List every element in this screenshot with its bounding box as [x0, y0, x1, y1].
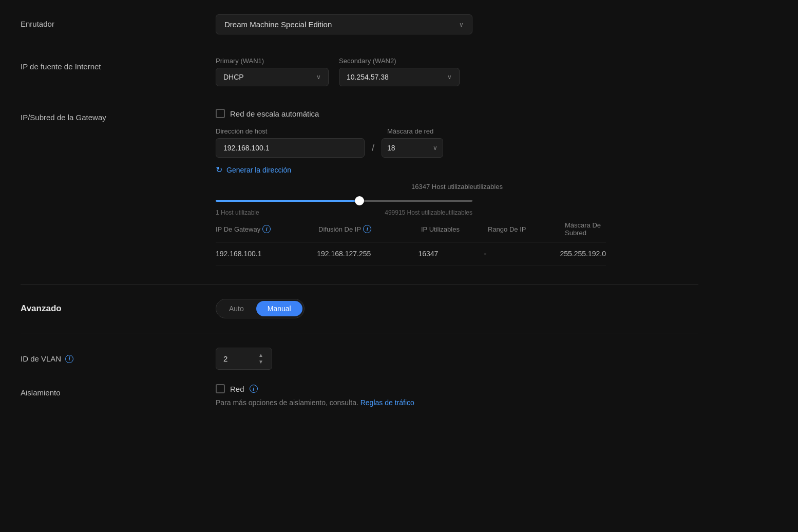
vlan-value: 2 [223, 354, 227, 363]
aislamiento-label: Aislamiento [21, 384, 216, 397]
cell-range: - [484, 250, 560, 258]
vlan-label: ID de VLAN [21, 354, 61, 363]
gateway-subnet-label: IP/Subred de la Gateway [21, 109, 216, 122]
wan1-value: DHCP [223, 73, 244, 81]
sub-labels-row: Dirección de host Máscara de red [216, 127, 698, 135]
vlan-info-icon[interactable]: i [65, 355, 73, 363]
router-dropdown[interactable]: Dream Machine Special Edition ∨ [216, 14, 472, 34]
wan2-label: Secondary (WAN2) [339, 57, 460, 65]
slider-section: 16347 Host utilizableutilizables 1 Host … [216, 183, 698, 216]
separator-vlan [21, 333, 698, 333]
generate-label: Generar la dirección [226, 166, 291, 174]
col-header-broadcast: Difusión De IP i [318, 221, 421, 237]
slider-wrapper [216, 196, 472, 206]
autoscale-checkbox[interactable] [216, 109, 225, 118]
stepper-arrows: ▲ ▼ [257, 352, 264, 365]
cell-gateway: 192.168.100.1 [216, 250, 317, 258]
separator-avanzado [21, 284, 698, 284]
toggle-auto-button[interactable]: Auto [218, 301, 255, 316]
slider-track [216, 200, 472, 202]
aislamiento-checkbox[interactable] [216, 384, 225, 393]
router-selected-value: Dream Machine Special Edition [224, 20, 332, 29]
table-header-row: IP De Gateway i Difusión De IP i IP Util… [216, 221, 606, 242]
wan2-group: Secondary (WAN2) 10.254.57.38 ∨ [339, 57, 460, 86]
refresh-icon: ↻ [216, 165, 222, 175]
wan1-dropdown[interactable]: DHCP ∨ [216, 68, 329, 86]
aislamiento-row: Aislamiento Red i Para más opciones de a… [21, 384, 698, 408]
mask-dropdown[interactable]: 18 ∨ [382, 138, 443, 158]
toggle-group: Auto Manual [216, 299, 305, 318]
vlan-stepper[interactable]: 2 ▲ ▼ [216, 348, 272, 370]
host-subnet-row: 192.168.100.1 / 18 ∨ [216, 138, 698, 158]
wan1-label: Primary (WAN1) [216, 57, 329, 65]
slider-current-label: 16347 Host utilizableutilizables [216, 183, 698, 191]
wan2-chevron-icon: ∨ [447, 73, 452, 81]
slider-max-label: 499915 Host utilizableutilizables [385, 209, 472, 216]
slash-divider: / [371, 143, 375, 154]
internet-source-row: IP de fuente de Internet Primary (WAN1) … [21, 53, 698, 90]
col-header-gateway: IP De Gateway i [216, 221, 318, 237]
aislamiento-checkbox-label: Red [230, 385, 244, 393]
gateway-table: IP De Gateway i Difusión De IP i IP Util… [216, 221, 606, 265]
internet-source-controls: Primary (WAN1) DHCP ∨ Secondary (WAN2) 1… [216, 57, 698, 86]
internet-source-label: IP de fuente de Internet [21, 57, 216, 71]
avanzado-label: Avanzado [21, 303, 216, 314]
gateway-subnet-row: IP/Subred de la Gateway Red de escala au… [21, 105, 698, 270]
mask-value: 18 [387, 144, 395, 152]
host-address-sublabel: Dirección de host [216, 127, 365, 135]
router-label: Enrutador [21, 14, 216, 28]
vlan-label-container: ID de VLAN i [21, 354, 216, 363]
wan1-group: Primary (WAN1) DHCP ∨ [216, 57, 329, 86]
host-address-input[interactable]: 192.168.100.1 [216, 138, 365, 158]
cell-broadcast: 192.168.127.255 [317, 250, 418, 258]
router-chevron-icon: ∨ [459, 21, 464, 28]
col-header-usable: IP Utilizables [421, 221, 488, 237]
isolation-info-icon[interactable]: i [250, 385, 258, 393]
cell-usable: 16347 [418, 250, 484, 258]
wan2-value: 10.254.57.38 [347, 73, 389, 81]
table-row: 192.168.100.1 192.168.127.255 16347 - 25… [216, 242, 606, 265]
wan-row: Primary (WAN1) DHCP ∨ Secondary (WAN2) 1… [216, 57, 698, 86]
aislamiento-controls: Red i Para más opciones de aislamiento, … [216, 384, 414, 408]
broadcast-info-icon[interactable]: i [363, 225, 371, 233]
aislamiento-checkbox-row: Red i [216, 384, 414, 393]
cell-mask: 255.255.192.0 [560, 250, 606, 258]
netmask-sublabel: Máscara de red [387, 127, 449, 135]
autoscale-checkbox-row: Red de escala automática [216, 109, 698, 118]
mask-chevron-icon: ∨ [433, 144, 438, 151]
slider-thumb[interactable] [355, 196, 364, 205]
avanzado-row: Avanzado Auto Manual [21, 299, 698, 318]
slider-min-label: 1 Host utilizable [216, 209, 259, 216]
generate-address-link[interactable]: ↻ Generar la dirección [216, 165, 698, 175]
vlan-increment-button[interactable]: ▲ [257, 352, 264, 358]
wan2-dropdown[interactable]: 10.254.57.38 ∨ [339, 68, 460, 86]
autoscale-checkbox-label: Red de escala automática [230, 109, 319, 118]
traffic-rules-link[interactable]: Reglas de tráfico [360, 398, 414, 407]
vlan-decrement-button[interactable]: ▼ [257, 359, 264, 365]
aislamiento-description: Para más opciones de aislamiento, consul… [216, 397, 414, 408]
toggle-manual-button[interactable]: Manual [256, 301, 302, 316]
slider-range-labels: 1 Host utilizable 499915 Host utilizable… [216, 209, 472, 216]
vlan-row: ID de VLAN i 2 ▲ ▼ [21, 348, 698, 370]
gateway-info-icon[interactable]: i [262, 225, 271, 233]
router-controls: Dream Machine Special Edition ∨ [216, 14, 698, 34]
col-header-range: Rango De IP [488, 221, 565, 237]
gateway-subnet-controls: Red de escala automática Dirección de ho… [216, 109, 698, 265]
col-header-mask: Máscara De Subred [565, 221, 606, 237]
wan1-chevron-icon: ∨ [316, 73, 321, 81]
router-row: Enrutador Dream Machine Special Edition … [21, 10, 698, 39]
